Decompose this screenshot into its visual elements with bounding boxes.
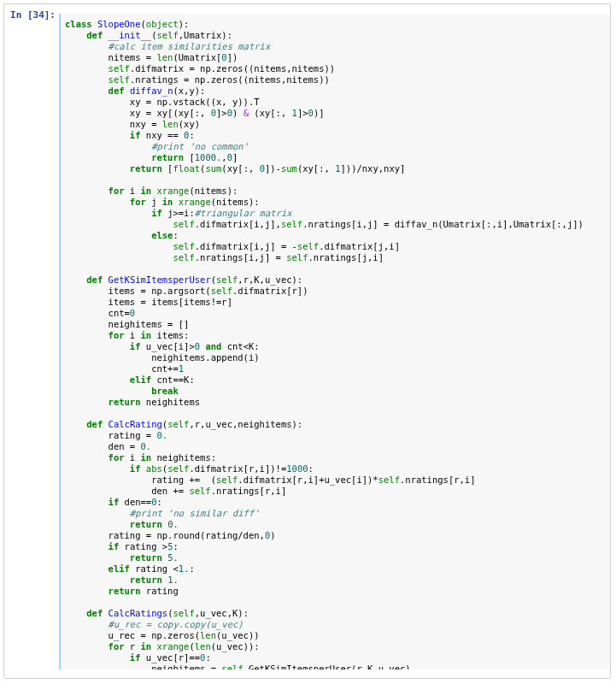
- code-token: [65, 152, 151, 162]
- code-token: ,u_vec,K):: [195, 608, 249, 618]
- code-token: .nratings = np.zeros((nitems,nitems)): [130, 74, 330, 85]
- code-line[interactable]: neighitems.append(i): [65, 352, 260, 363]
- code-line[interactable]: self.difmatrix[i,j],self.nratings[i,j] =…: [65, 219, 584, 229]
- code-line[interactable]: nitems = len(Umatrix[0]): [65, 52, 238, 62]
- code-token: [65, 241, 173, 251]
- code-line[interactable]: return rating: [65, 586, 179, 596]
- code-line[interactable]: return [float(sum(xy[:, 0])-sum(xy[:, 1]…: [65, 163, 405, 174]
- code-line[interactable]: return 0.: [65, 519, 179, 529]
- code-token: self: [173, 608, 194, 618]
- code-line[interactable]: cnt+=1: [65, 363, 184, 374]
- code-line[interactable]: rating = np.round(rating/den,0): [65, 530, 276, 540]
- code-line[interactable]: for j in xrange(nitems):: [65, 197, 260, 207]
- code-line[interactable]: xy = xy[(xy[:, 0]>0) & (xy[:, 1]>0)]: [65, 108, 325, 118]
- code-line[interactable]: self.difmatrix = np.zeros((nitems,nitems…: [65, 63, 335, 74]
- code-editor[interactable]: class SlopeOne(object): def __init__(sel…: [59, 14, 610, 669]
- code-line[interactable]: class SlopeOne(object):: [65, 19, 189, 29]
- code-line[interactable]: self.nratings = np.zeros((nitems,nitems)…: [65, 74, 330, 85]
- code-token: [65, 608, 86, 618]
- code-token: self: [378, 475, 400, 485]
- code-line[interactable]: return neighitems: [65, 397, 200, 407]
- code-line[interactable]: if j>=i:#triangular matrix: [65, 208, 292, 218]
- code-token: if: [151, 208, 162, 218]
- code-line[interactable]: return 1.: [65, 575, 179, 585]
- code-token: cnt=: [65, 308, 130, 318]
- code-line[interactable]: def __init__(self,Umatrix):: [65, 30, 232, 40]
- code-line[interactable]: nxy = len(xy): [65, 119, 200, 129]
- code-token: sum: [205, 163, 221, 174]
- code-line[interactable]: if nxy == 0:: [65, 130, 195, 140]
- code-token: float: [173, 163, 200, 174]
- code-line[interactable]: xy = np.vstack((x, y)).T: [65, 97, 260, 107]
- code-token: [65, 208, 151, 218]
- code-token: :: [205, 652, 210, 663]
- code-token: (u_vec)): [216, 630, 260, 640]
- code-token: and: [205, 341, 221, 351]
- code-token: if: [130, 341, 141, 351]
- code-token: [65, 141, 151, 151]
- code-line[interactable]: neighitems = []: [65, 319, 189, 329]
- code-token: [65, 397, 109, 407]
- code-line[interactable]: [65, 408, 70, 418]
- code-token: ,r,u_vec,neighitems):: [189, 419, 302, 429]
- code-line[interactable]: elif cnt==K:: [65, 374, 195, 385]
- code-line[interactable]: if u_vec[i]>0 and cnt<K:: [65, 341, 260, 351]
- code-line[interactable]: items = np.argsort(self.difmatrix[r]): [65, 286, 308, 296]
- code-line[interactable]: #u_rec = copy.copy(u_vec): [65, 619, 243, 629]
- code-line[interactable]: if u_vec[r]==0:: [65, 652, 211, 663]
- code-line[interactable]: rating = 0.: [65, 430, 167, 440]
- code-token: ): [232, 108, 243, 118]
- code-line[interactable]: #print 'no common': [65, 141, 249, 151]
- code-line[interactable]: for i in items:: [65, 330, 189, 340]
- code-line[interactable]: for r in xrange(len(u_vec)):: [65, 641, 260, 652]
- code-line[interactable]: elif rating <1.:: [65, 563, 195, 574]
- code-line[interactable]: u_rec = np.zeros(len(u_vec)): [65, 630, 260, 640]
- code-token: :: [173, 541, 178, 551]
- code-line[interactable]: break: [65, 386, 179, 396]
- code-line[interactable]: for i in xrange(nitems):: [65, 186, 238, 196]
- code-token: [65, 30, 86, 40]
- code-token: :: [189, 130, 194, 140]
- code-line[interactable]: #calc item similarities matrix: [65, 41, 270, 51]
- input-prompt: In [34]:: [4, 4, 59, 678]
- code-line[interactable]: if abs(self.difmatrix[r,i])!=1000:: [65, 463, 314, 474]
- code-line[interactable]: else:: [65, 230, 179, 240]
- code-token: .difmatrix[r,i])!=: [189, 463, 286, 474]
- code-token: [65, 497, 109, 507]
- code-token: xrange: [157, 186, 190, 196]
- code-token: if: [109, 541, 120, 551]
- code-line[interactable]: def CalcRatings(self,u_vec,K):: [65, 608, 249, 618]
- code-line[interactable]: items = items[items!=r]: [65, 297, 232, 307]
- code-token: xrange: [157, 641, 190, 652]
- code-token: #print 'no common': [151, 141, 249, 151]
- code-line[interactable]: def diffav_n(x,y):: [65, 86, 205, 96]
- code-line[interactable]: if rating >5:: [65, 541, 179, 551]
- code-token: [65, 575, 130, 585]
- code-line[interactable]: cnt=0: [65, 308, 135, 318]
- code-line[interactable]: def CalcRating(self,r,u_vec,neighitems):: [65, 419, 302, 429]
- code-line[interactable]: neighitems = self.GetKSimItemsperUser(r,…: [65, 663, 411, 669]
- code-token: [65, 374, 130, 385]
- code-line[interactable]: den = 0.: [65, 441, 151, 451]
- code-token: ]))/nxy,nxy]: [340, 163, 405, 174]
- code-line[interactable]: [65, 263, 70, 274]
- code-line[interactable]: return [1000.,0]: [65, 152, 238, 162]
- code-line[interactable]: def GetKSimItemsperUser(self,r,K,u_vec):: [65, 274, 302, 285]
- code-line[interactable]: if den==0:: [65, 497, 162, 507]
- code-token: [65, 619, 109, 629]
- code-token: [65, 519, 130, 529]
- code-line[interactable]: [65, 174, 70, 185]
- code-line[interactable]: den += self.nratings[r,i]: [65, 486, 286, 496]
- code-line[interactable]: [65, 597, 70, 607]
- code-token: nitems =: [65, 52, 156, 62]
- code-line[interactable]: rating += (self.difmatrix[r,i]+u_vec[i])…: [65, 475, 476, 485]
- code-line[interactable]: for i in neighitems:: [65, 452, 216, 463]
- code-token: ]>: [297, 108, 308, 118]
- code-line[interactable]: #print 'no similar diff': [65, 508, 260, 518]
- code-line[interactable]: return 5.: [65, 552, 179, 563]
- code-token: self: [297, 241, 319, 251]
- code-line[interactable]: self.nratings[i,j] = self.nratings[j,i]: [65, 252, 384, 262]
- code-line[interactable]: self.difmatrix[i,j] = -self.difmatrix[j,…: [65, 241, 400, 251]
- code-token: 1000.: [195, 152, 222, 162]
- code-token: #print 'no similar diff': [130, 508, 260, 518]
